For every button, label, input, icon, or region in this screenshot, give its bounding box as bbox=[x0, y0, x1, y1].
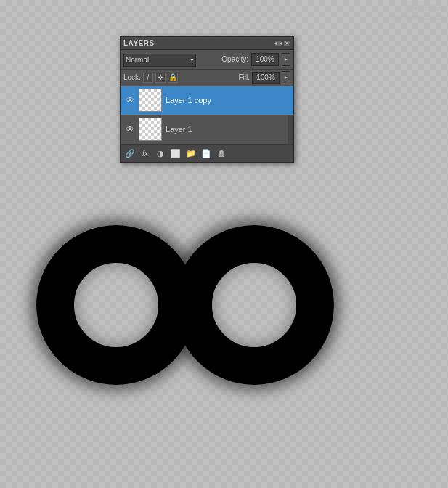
canvas-artwork bbox=[22, 211, 436, 421]
fill-label: Fill: bbox=[238, 73, 250, 81]
lock-row: Lock: / ✛ 🔒 Fill: ► bbox=[121, 70, 293, 86]
blend-mode-select[interactable]: Normal Dissolve Multiply Screen Overlay bbox=[123, 54, 196, 67]
panel-title: LAYERS bbox=[123, 39, 155, 47]
opacity-input[interactable] bbox=[251, 53, 279, 66]
layer-item-1[interactable]: 👁 Layer 1 bbox=[121, 115, 293, 145]
lock-label: Lock: bbox=[123, 73, 141, 81]
layer-name-1: Layer 1 bbox=[166, 125, 290, 134]
eye-icon-1[interactable]: 👁 bbox=[123, 123, 137, 136]
opacity-label: Opacity: bbox=[221, 55, 248, 63]
layers-panel: LAYERS ◄◄ ✕ Normal Dissolve Multiply Scr… bbox=[120, 36, 294, 163]
layers-list: 👁 Layer 1 copy 👁 Layer 1 bbox=[121, 86, 293, 145]
lock-all-icon[interactable]: 🔒 bbox=[168, 73, 178, 83]
layer-item-copy[interactable]: 👁 Layer 1 copy bbox=[121, 86, 293, 115]
new-layer-button[interactable]: 📄 bbox=[200, 147, 213, 160]
fill-arrow[interactable]: ► bbox=[282, 71, 290, 84]
layer-thumb-copy bbox=[139, 89, 162, 112]
adjustment-layer-button[interactable]: ◑ bbox=[154, 147, 167, 160]
blend-mode-row: Normal Dissolve Multiply Screen Overlay … bbox=[121, 50, 293, 70]
panel-titlebar: LAYERS ◄◄ ✕ bbox=[121, 37, 293, 50]
delete-layer-button[interactable]: 🗑 bbox=[215, 147, 228, 160]
eye-icon-copy[interactable]: 👁 bbox=[123, 94, 137, 107]
opacity-arrow[interactable]: ► bbox=[282, 53, 290, 66]
fill-input[interactable] bbox=[252, 72, 280, 84]
link-layers-button[interactable]: 🔗 bbox=[123, 147, 137, 160]
ring-left bbox=[36, 225, 196, 385]
layers-scrollbar[interactable] bbox=[288, 115, 293, 144]
layer-name-copy: Layer 1 copy bbox=[166, 96, 290, 105]
panel-toolbar: 🔗 fx ◑ ⬜ 📁 📄 🗑 bbox=[121, 145, 293, 162]
mask-button[interactable]: ⬜ bbox=[169, 147, 182, 160]
layer-thumb-1 bbox=[139, 118, 162, 141]
panel-close-button[interactable]: ✕ bbox=[283, 40, 290, 47]
lock-slash-icon[interactable]: / bbox=[143, 73, 153, 83]
blend-mode-wrapper[interactable]: Normal Dissolve Multiply Screen Overlay bbox=[123, 52, 196, 67]
lock-move-icon[interactable]: ✛ bbox=[155, 73, 166, 83]
fx-button[interactable]: fx bbox=[139, 147, 152, 160]
watermark: 思缘设计论坛 bbs.flower.com.cn bbox=[392, 4, 444, 22]
folder-button[interactable]: 📁 bbox=[184, 147, 197, 160]
panel-controls: ◄◄ ✕ bbox=[274, 40, 290, 47]
ring-right bbox=[174, 225, 334, 385]
panel-collapse-button[interactable]: ◄◄ bbox=[274, 40, 282, 47]
